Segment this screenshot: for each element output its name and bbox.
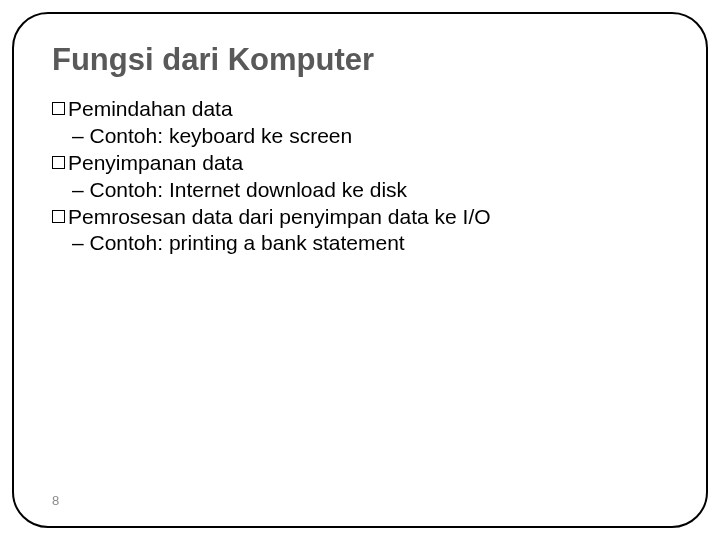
slide: Fungsi dari Komputer Pemindahan data – C… [0, 0, 720, 540]
slide-content: Pemindahan data – Contoh: keyboard ke sc… [52, 96, 668, 257]
bullet-row: Pemindahan data [52, 96, 668, 123]
slide-frame: Fungsi dari Komputer Pemindahan data – C… [12, 12, 708, 528]
list-item: Pemindahan data – Contoh: keyboard ke sc… [52, 96, 668, 150]
bullet-text: Pemrosesan data dari penyimpan data ke I… [68, 204, 491, 231]
square-bullet-icon [52, 102, 65, 115]
list-item: Penyimpanan data – Contoh: Internet down… [52, 150, 668, 204]
bullet-text: Penyimpanan data [68, 150, 243, 177]
sub-text: – Contoh: printing a bank statement [52, 230, 668, 257]
page-number: 8 [52, 493, 59, 508]
slide-title: Fungsi dari Komputer [52, 42, 668, 78]
square-bullet-icon [52, 156, 65, 169]
square-bullet-icon [52, 210, 65, 223]
sub-text: – Contoh: keyboard ke screen [52, 123, 668, 150]
list-item: Pemrosesan data dari penyimpan data ke I… [52, 204, 668, 258]
bullet-row: Penyimpanan data [52, 150, 668, 177]
sub-text: – Contoh: Internet download ke disk [52, 177, 668, 204]
bullet-row: Pemrosesan data dari penyimpan data ke I… [52, 204, 668, 231]
bullet-text: Pemindahan data [68, 96, 233, 123]
